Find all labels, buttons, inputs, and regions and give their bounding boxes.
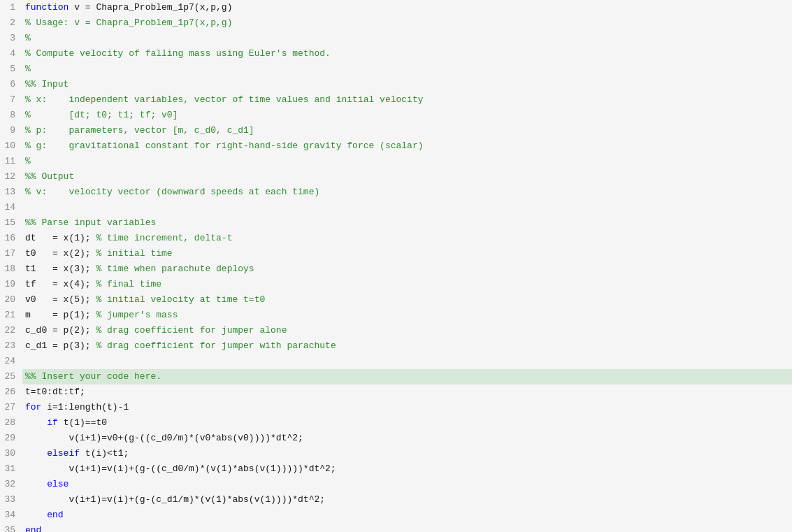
line-content: % g: gravitational constant for right-ha… [22, 138, 792, 154]
code-line-2: 2% Usage: v = Chapra_Problem_1p7(x,p,g) [0, 15, 792, 31]
line-content: v(i+1)=v(i)+(g-((c_d0/m)*(v(1)*abs(v(1))… [22, 461, 792, 477]
line-number: 21 [0, 308, 22, 323]
line-content: tf = x(4); % final time [22, 277, 792, 292]
line-number: 15 [0, 215, 22, 231]
line-number: 34 [0, 508, 22, 523]
code-line-3: 3% [0, 31, 792, 46]
line-number: 10 [0, 138, 22, 154]
line-number: 6 [0, 77, 22, 92]
line-content: % [dt; t0; t1; tf; v0] [22, 108, 792, 123]
line-number: 1 [0, 0, 22, 15]
code-line-13: 13% v: velocity vector (downward speeds … [0, 185, 792, 200]
code-line-15: 15%% Parse input variables [0, 215, 792, 231]
line-number: 8 [0, 108, 22, 123]
line-content: % [22, 31, 792, 46]
line-content: c_d0 = p(2); % drag coefficient for jump… [22, 323, 792, 338]
code-line-14: 14 [0, 200, 792, 215]
code-line-6: 6%% Input [0, 77, 792, 92]
code-line-16: 16dt = x(1); % time increment, delta-t [0, 231, 792, 246]
line-number: 30 [0, 446, 22, 461]
line-content: %% Output [22, 169, 792, 185]
line-content: t1 = x(3); % time when parachute deploys [22, 261, 792, 277]
line-number: 9 [0, 123, 22, 138]
line-content: c_d1 = p(3); % drag coefficient for jump… [22, 338, 792, 354]
line-number: 3 [0, 31, 22, 46]
line-number: 4 [0, 46, 22, 62]
code-line-35: 35end [0, 523, 792, 532]
line-number: 33 [0, 492, 22, 508]
code-line-10: 10% g: gravitational constant for right-… [0, 138, 792, 154]
code-line-23: 23c_d1 = p(3); % drag coefficient for ju… [0, 338, 792, 354]
code-line-8: 8% [dt; t0; t1; tf; v0] [0, 108, 792, 123]
code-line-34: 34 end [0, 508, 792, 523]
code-line-21: 21m = p(1); % jumper's mass [0, 308, 792, 323]
line-content: %% Insert your code here. [22, 369, 792, 384]
line-content: % Compute velocity of falling mass using… [22, 46, 792, 62]
line-content: v(i+1)=v(i)+(g-(c_d1/m)*(v(1)*abs(v(1)))… [22, 492, 792, 508]
code-line-26: 26t=t0:dt:tf; [0, 384, 792, 400]
line-number: 5 [0, 62, 22, 77]
line-content: t=t0:dt:tf; [22, 384, 792, 400]
line-content: function v = Chapra_Problem_1p7(x,p,g) [22, 0, 792, 15]
code-line-5: 5% [0, 62, 792, 77]
line-number: 32 [0, 477, 22, 492]
line-content: % Usage: v = Chapra_Problem_1p7(x,p,g) [22, 15, 792, 31]
code-line-30: 30 elseif t(i)<t1; [0, 446, 792, 461]
line-number: 25 [0, 369, 22, 384]
code-line-9: 9% p: parameters, vector [m, c_d0, c_d1] [0, 123, 792, 138]
code-line-17: 17t0 = x(2); % initial time [0, 246, 792, 261]
line-content: if t(1)==t0 [22, 415, 792, 431]
code-line-22: 22c_d0 = p(2); % drag coefficient for ju… [0, 323, 792, 338]
line-number: 17 [0, 246, 22, 261]
line-number: 23 [0, 338, 22, 354]
line-content: % v: velocity vector (downward speeds at… [22, 185, 792, 200]
code-line-18: 18t1 = x(3); % time when parachute deplo… [0, 261, 792, 277]
code-line-31: 31 v(i+1)=v(i)+(g-((c_d0/m)*(v(1)*abs(v(… [0, 461, 792, 477]
code-line-4: 4% Compute velocity of falling mass usin… [0, 46, 792, 62]
line-content: t0 = x(2); % initial time [22, 246, 792, 261]
code-line-7: 7% x: independent variables, vector of t… [0, 92, 792, 108]
code-line-24: 24 [0, 354, 792, 369]
line-number: 20 [0, 292, 22, 308]
line-content: % [22, 62, 792, 77]
code-line-33: 33 v(i+1)=v(i)+(g-(c_d1/m)*(v(1)*abs(v(1… [0, 492, 792, 508]
line-number: 12 [0, 169, 22, 185]
line-number: 11 [0, 154, 22, 169]
line-content: else [22, 477, 792, 492]
line-number: 14 [0, 200, 22, 215]
line-number: 22 [0, 323, 22, 338]
code-line-1: 1function v = Chapra_Problem_1p7(x,p,g) [0, 0, 792, 15]
code-line-25: 25%% Insert your code here. [0, 369, 792, 384]
code-line-12: 12%% Output [0, 169, 792, 185]
line-number: 27 [0, 400, 22, 415]
line-content: end [22, 523, 792, 532]
line-number: 19 [0, 277, 22, 292]
line-number: 26 [0, 384, 22, 400]
line-number: 7 [0, 92, 22, 108]
line-content: for i=1:length(t)-1 [22, 400, 792, 415]
line-content: end [22, 508, 792, 523]
line-content [22, 362, 792, 364]
code-line-11: 11% [0, 154, 792, 169]
line-number: 13 [0, 185, 22, 200]
line-number: 16 [0, 231, 22, 246]
line-content [22, 208, 792, 210]
line-number: 18 [0, 261, 22, 277]
code-line-19: 19tf = x(4); % final time [0, 277, 792, 292]
line-content: % x: independent variables, vector of ti… [22, 92, 792, 108]
line-content: %% Parse input variables [22, 215, 792, 231]
code-editor: 1function v = Chapra_Problem_1p7(x,p,g)2… [0, 0, 792, 532]
line-number: 28 [0, 415, 22, 431]
line-content: dt = x(1); % time increment, delta-t [22, 231, 792, 246]
line-number: 29 [0, 431, 22, 446]
code-line-29: 29 v(i+1)=v0+(g-((c_d0/m)*(v0*abs(v0))))… [0, 431, 792, 446]
code-line-28: 28 if t(1)==t0 [0, 415, 792, 431]
line-number: 31 [0, 461, 22, 477]
line-number: 35 [0, 523, 22, 532]
code-line-32: 32 else [0, 477, 792, 492]
line-number: 2 [0, 15, 22, 31]
line-content: elseif t(i)<t1; [22, 446, 792, 461]
code-line-20: 20v0 = x(5); % initial velocity at time … [0, 292, 792, 308]
line-content: % p: parameters, vector [m, c_d0, c_d1] [22, 123, 792, 138]
line-content: v(i+1)=v0+(g-((c_d0/m)*(v0*abs(v0))))*dt… [22, 431, 792, 446]
